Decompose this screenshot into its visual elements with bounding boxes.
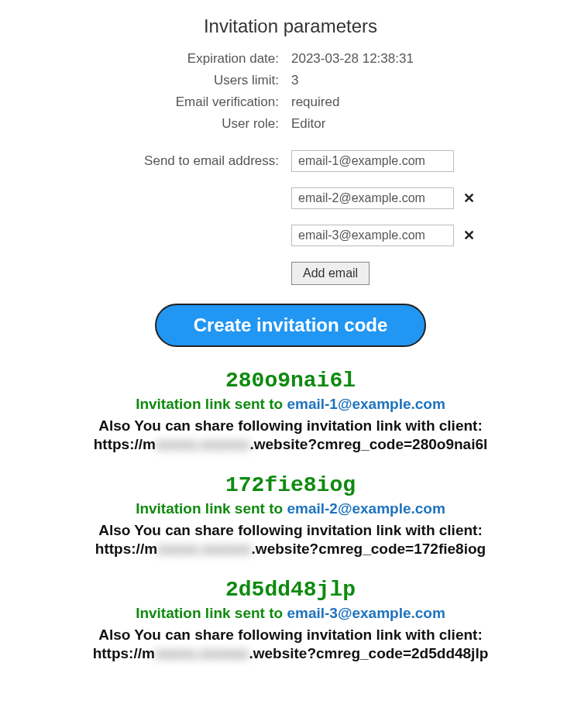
invitation-panel: Invitation parameters Expiration date: 2…: [0, 15, 581, 662]
share-link: https://mxxxxx.xxxxxx.website?cmreg_code…: [0, 436, 581, 453]
invitation-code: 2d5dd48jlp: [0, 578, 581, 602]
email-input-3[interactable]: [291, 225, 454, 246]
invitation-code: 172fie8iog: [0, 473, 581, 497]
remove-email-icon[interactable]: ✕: [463, 227, 475, 244]
add-email-button[interactable]: Add email: [291, 262, 370, 285]
link-blurred: xxxxx.xxxxxx: [155, 645, 249, 662]
email-verification-label: Email verification:: [0, 94, 279, 110]
parameters-grid: Expiration date: 2023-03-28 12:38:31 Use…: [0, 51, 581, 132]
sent-line: Invitation link sent to email-1@example.…: [0, 396, 581, 413]
result-block-1: 280o9nai6l Invitation link sent to email…: [0, 369, 581, 453]
share-text: Also You can share following invitation …: [0, 627, 581, 644]
sent-prefix: Invitation link sent to: [136, 605, 287, 621]
sent-email: email-2@example.com: [287, 500, 445, 517]
sent-prefix: Invitation link sent to: [136, 500, 287, 517]
link-prefix: https://m: [94, 436, 156, 452]
result-block-3: 2d5dd48jlp Invitation link sent to email…: [0, 578, 581, 662]
share-link: https://mxxxxx.xxxxxx.website?cmreg_code…: [0, 645, 581, 662]
users-limit-value: 3: [291, 73, 581, 88]
add-email-row: Add email: [0, 262, 581, 285]
email-input-1[interactable]: [291, 150, 454, 172]
create-button-wrap: Create invitation code: [0, 304, 581, 347]
share-text: Also You can share following invitation …: [0, 417, 581, 434]
email-verification-value: required: [291, 94, 581, 110]
user-role-label: User role:: [0, 116, 279, 132]
link-suffix: .website?cmreg_code=172fie8iog: [252, 541, 486, 557]
link-suffix: .website?cmreg_code=280o9nai6l: [249, 436, 487, 452]
expiration-value: 2023-03-28 12:38:31: [291, 51, 581, 67]
invitation-code: 280o9nai6l: [0, 369, 581, 393]
page-title: Invitation parameters: [0, 15, 581, 37]
link-prefix: https://m: [93, 645, 155, 661]
remove-email-icon[interactable]: ✕: [463, 190, 475, 207]
link-blurred: xxxxx.xxxxxx: [156, 436, 250, 453]
users-limit-label: Users limit:: [0, 73, 279, 88]
email-row-1: [291, 150, 581, 172]
email-input-2[interactable]: [291, 187, 454, 209]
email-rows: Send to email address: ✕ ✕: [0, 150, 581, 246]
result-block-2: 172fie8iog Invitation link sent to email…: [0, 473, 581, 558]
sent-email: email-3@example.com: [287, 605, 445, 621]
link-suffix: .website?cmreg_code=2d5dd48jlp: [249, 645, 488, 661]
sent-prefix: Invitation link sent to: [136, 396, 287, 412]
link-prefix: https://m: [95, 541, 157, 557]
share-text: Also You can share following invitation …: [0, 522, 581, 539]
send-to-label: Send to email address:: [0, 153, 279, 169]
sent-line: Invitation link sent to email-3@example.…: [0, 605, 581, 622]
link-blurred: xxxxx.xxxxxx: [157, 541, 252, 558]
share-link: https://mxxxxx.xxxxxx.website?cmreg_code…: [0, 541, 581, 558]
create-invitation-button[interactable]: Create invitation code: [155, 304, 427, 347]
user-role-value: Editor: [291, 116, 581, 132]
email-row-3: ✕: [291, 225, 581, 246]
email-row-2: ✕: [291, 187, 581, 209]
sent-email: email-1@example.com: [287, 396, 445, 412]
sent-line: Invitation link sent to email-2@example.…: [0, 500, 581, 517]
expiration-label: Expiration date:: [0, 51, 279, 67]
